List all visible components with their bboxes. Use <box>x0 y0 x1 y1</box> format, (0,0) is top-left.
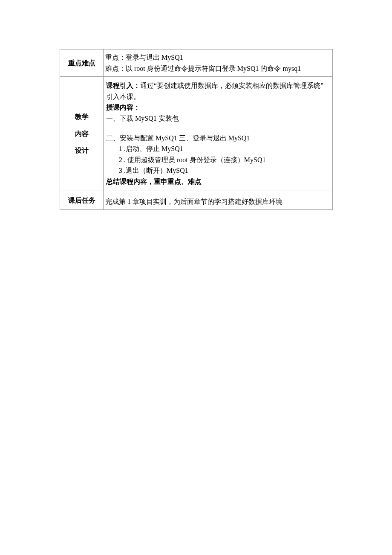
teaching-item2: 2 . 使用超级管理员 root 身份登录（连接）MySQ1 <box>106 154 330 166</box>
blank-line <box>106 124 330 133</box>
teaching-sec2: 二、安装与配置 MySQ1 三、登录与退出 MySQ1 <box>106 133 330 144</box>
teaching-content-label: 授课内容： <box>106 102 330 113</box>
keypoints-label-text: 重点难点 <box>68 59 95 67</box>
teaching-sec1: 一、下载 MySQ1 安装包 <box>106 113 330 124</box>
teaching-label-1: 教学 <box>75 111 89 122</box>
homework-label: 课后任务 <box>60 191 104 210</box>
homework-label-text: 课后任务 <box>68 197 95 204</box>
teaching-item1: 1 .启动、停止 MySQ1 <box>106 143 330 154</box>
teaching-content: 课程引入：通过“要创建或使用数据库，必须安装相应的数据库管理系统”引入本课。 授… <box>104 77 333 191</box>
keypoints-label: 重点难点 <box>60 49 104 77</box>
teaching-intro: 课程引入：通过“要创建或使用数据库，必须安装相应的数据库管理系统”引入本课。 <box>106 80 330 102</box>
homework-text: 完成第 1 章项目实训，为后面章节的学习搭建好数据库环境 <box>105 196 331 207</box>
teaching-summary: 总结课程内容，重申重点、难点 <box>106 176 330 187</box>
teaching-item3: 3 .退出（断开）MySQ1 <box>106 165 330 176</box>
teaching-label-2: 内容 <box>75 128 89 139</box>
keypoints-line2: 难点：以 root 身份通过命令提示符窗口登录 MySQ1 的命令 mysq1 <box>105 63 331 74</box>
row-teaching: 教学 内容 设计 课程引入：通过“要创建或使用数据库，必须安装相应的数据库管理系… <box>60 77 333 191</box>
keypoints-line1: 重点：登录与退出 MySQ1 <box>105 52 331 63</box>
teaching-intro-bold: 课程引入： <box>106 82 140 89</box>
row-keypoints: 重点难点 重点：登录与退出 MySQ1 难点：以 root 身份通过命令提示符窗… <box>60 49 333 77</box>
keypoints-content: 重点：登录与退出 MySQ1 难点：以 root 身份通过命令提示符窗口登录 M… <box>104 49 333 77</box>
teaching-label: 教学 内容 设计 <box>60 77 104 191</box>
homework-content: 完成第 1 章项目实训，为后面章节的学习搭建好数据库环境 <box>104 191 333 210</box>
row-homework: 课后任务 完成第 1 章项目实训，为后面章节的学习搭建好数据库环境 <box>60 191 333 210</box>
teaching-label-3: 设计 <box>75 145 89 156</box>
lesson-plan-table: 重点难点 重点：登录与退出 MySQ1 难点：以 root 身份通过命令提示符窗… <box>60 49 333 210</box>
